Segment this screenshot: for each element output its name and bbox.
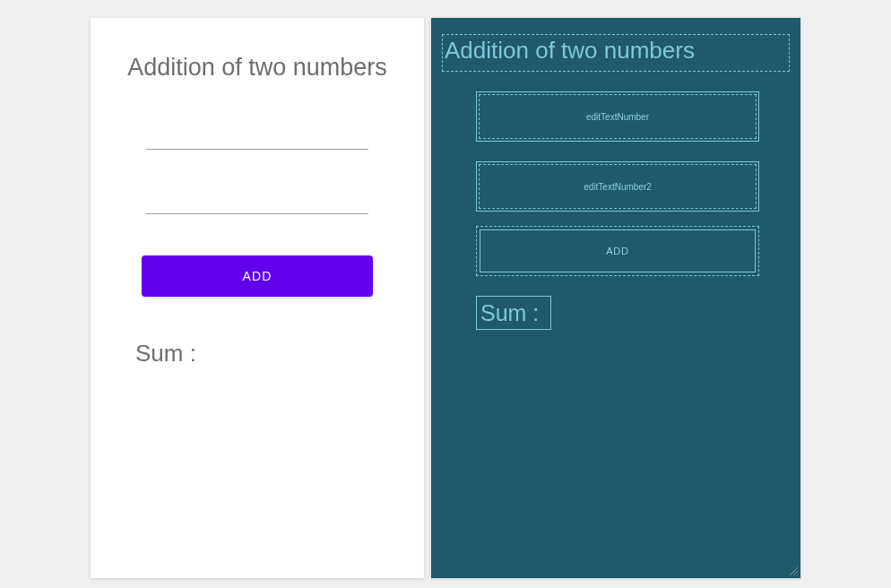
svg-line-0 xyxy=(790,567,798,575)
number-input-2[interactable] xyxy=(146,191,368,214)
add-button[interactable]: ADD xyxy=(142,255,373,297)
blueprint-frame: Addition of two numbers editTextNumber e… xyxy=(431,18,800,578)
blueprint-input-2-id: editTextNumber2 xyxy=(479,164,757,209)
number-input-1[interactable] xyxy=(146,126,368,150)
blueprint-input-2[interactable]: editTextNumber2 xyxy=(476,161,759,212)
title-text: Addition of two numbers xyxy=(91,54,424,82)
design-preview-frame: Addition of two numbers ADD Sum : xyxy=(91,18,424,578)
resize-handle-icon[interactable] xyxy=(788,566,799,576)
blueprint-sum-label[interactable]: Sum : xyxy=(476,296,551,330)
blueprint-input-1-id: editTextNumber xyxy=(479,94,757,139)
svg-line-2 xyxy=(797,575,798,575)
sum-output-label: Sum : xyxy=(135,340,424,368)
blueprint-add-button-label: ADD xyxy=(480,229,756,272)
blueprint-input-1[interactable]: editTextNumber xyxy=(476,91,759,142)
blueprint-title[interactable]: Addition of two numbers xyxy=(442,34,790,72)
blueprint-add-button[interactable]: ADD xyxy=(476,226,759,276)
